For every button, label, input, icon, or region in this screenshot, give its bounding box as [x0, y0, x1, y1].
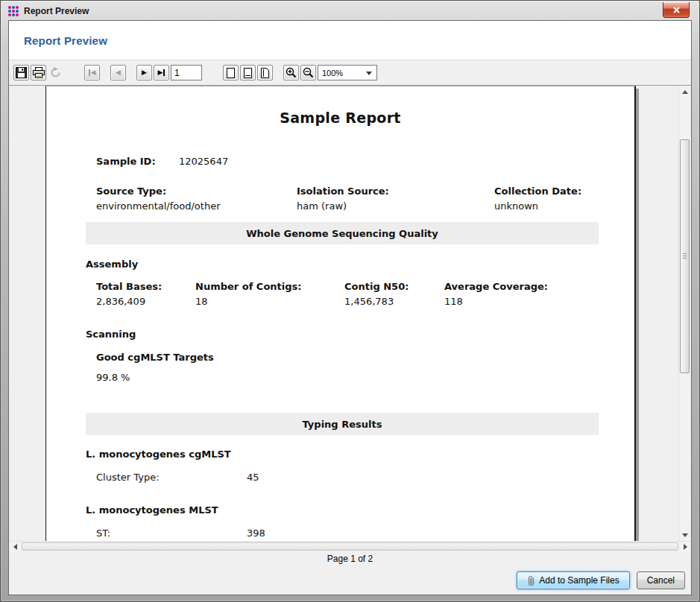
wgs-section-header: Whole Genome Sequencing Quality — [86, 222, 599, 244]
average-coverage-value: 118 — [444, 296, 463, 307]
mlst-heading: L. monocytogenes MLST — [86, 504, 218, 516]
arrow-left-icon — [13, 544, 17, 550]
page-title: Report Preview — [24, 34, 107, 47]
first-page-button[interactable]: ◀ — [84, 65, 100, 80]
dialog-header: Report Preview — [9, 21, 691, 60]
refresh-button[interactable] — [48, 65, 63, 80]
number-of-contigs-value: 18 — [195, 296, 208, 307]
good-cgmlst-targets-value: 99.8 % — [96, 372, 130, 383]
previous-page-icon: ◀ — [116, 69, 121, 76]
last-page-button[interactable]: ▶ — [154, 65, 169, 80]
close-icon — [673, 7, 680, 13]
scroll-up-button[interactable] — [679, 86, 691, 98]
source-type-value: environmental/food/other — [96, 200, 221, 212]
zoom-level-select[interactable]: 100% — [318, 65, 377, 80]
cluster-type-label: Cluster Type: — [96, 472, 160, 483]
total-bases-value: 2,836,409 — [96, 296, 145, 307]
whole-page-icon — [227, 68, 235, 78]
close-button[interactable] — [663, 2, 690, 18]
chevron-down-icon — [366, 72, 372, 75]
report-page: Sample Report Sample ID: 12025647 Source… — [45, 86, 636, 541]
report-title: Sample Report — [46, 110, 634, 126]
statusbar: Page 1 of 2 — [9, 551, 691, 566]
zoom-in-button[interactable] — [283, 65, 299, 80]
collection-date-value: unknown — [494, 200, 538, 212]
isolation-source-value: ham (raw) — [297, 200, 347, 212]
dialog-footer: Add to Sample Files Cancel — [9, 566, 691, 595]
horizontal-scroll-thumb[interactable] — [22, 542, 678, 551]
collection-date-label: Collection Date: — [494, 186, 581, 197]
st-value: 398 — [247, 527, 265, 539]
cgmlst-heading: L. monocytogenes cgMLST — [86, 449, 231, 460]
add-to-sample-files-button[interactable]: Add to Sample Files — [517, 571, 629, 589]
multi-page-view-button[interactable] — [257, 65, 273, 80]
arrow-down-icon — [682, 533, 688, 537]
zoom-in-icon — [286, 67, 297, 78]
good-cgmlst-targets-label: Good cgMLST Targets — [96, 352, 214, 363]
number-of-contigs-label: Number of Contigs: — [195, 281, 302, 292]
sample-id-value: 12025647 — [179, 156, 228, 167]
arrow-up-icon — [682, 90, 688, 94]
arrow-right-icon — [684, 544, 687, 550]
page-width-view-button[interactable] — [240, 65, 256, 80]
save-icon — [16, 67, 27, 78]
refresh-icon — [50, 67, 61, 78]
next-page-icon: ▶ — [142, 69, 147, 76]
report-preview-area: Sample Report Sample ID: 12025647 Source… — [9, 86, 691, 551]
page-status: Page 1 of 2 — [327, 554, 373, 564]
print-button[interactable] — [31, 65, 46, 80]
add-to-sample-files-label: Add to Sample Files — [539, 575, 619, 586]
titlebar[interactable]: Report Preview — [2, 2, 698, 20]
scroll-left-button[interactable] — [9, 542, 21, 551]
report-preview-window: Report Preview Report Preview — [0, 0, 700, 602]
print-icon — [33, 67, 45, 78]
zoom-out-button[interactable] — [300, 65, 316, 80]
page-width-icon — [244, 68, 252, 78]
scroll-down-button[interactable] — [679, 529, 691, 541]
toolbar: ◀ ◀ ▶ ▶ — [9, 60, 691, 86]
last-page-icon: ▶ — [158, 69, 163, 76]
page-number-input[interactable] — [171, 65, 202, 80]
app-icon — [7, 5, 19, 17]
save-button[interactable] — [13, 65, 29, 80]
cancel-label: Cancel — [647, 575, 675, 586]
average-coverage-label: Average Coverage: — [444, 281, 548, 292]
total-bases-label: Total Bases: — [96, 281, 162, 292]
horizontal-scrollbar[interactable] — [9, 541, 691, 551]
scroll-grip-icon — [683, 253, 687, 260]
preview-canvas: Sample Report Sample ID: 12025647 Source… — [9, 86, 678, 541]
isolation-source-label: Isolation Source: — [297, 186, 389, 197]
st-label: ST: — [96, 527, 110, 539]
zoom-level-value: 100% — [322, 69, 343, 77]
scroll-right-button[interactable] — [679, 542, 691, 551]
contig-n50-value: 1,456,783 — [344, 296, 394, 307]
window-title: Report Preview — [24, 6, 89, 16]
assembly-heading: Assembly — [86, 259, 138, 270]
zoom-out-icon — [303, 67, 314, 78]
vertical-scroll-thumb[interactable] — [680, 139, 690, 373]
multi-page-icon — [261, 68, 269, 78]
sample-id-label: Sample ID: — [96, 156, 156, 167]
vertical-scrollbar[interactable] — [678, 86, 691, 541]
whole-page-view-button[interactable] — [223, 65, 239, 80]
next-page-button[interactable]: ▶ — [136, 65, 152, 80]
scanning-heading: Scanning — [86, 329, 136, 340]
previous-page-button[interactable]: ◀ — [110, 65, 126, 80]
cancel-button[interactable]: Cancel — [637, 571, 685, 589]
paperclip-icon — [527, 575, 535, 586]
typing-results-section-header: Typing Results — [86, 413, 599, 435]
dialog-content: Report Preview — [8, 20, 692, 595]
source-type-label: Source Type: — [96, 186, 166, 197]
first-page-icon: ◀ — [91, 69, 96, 76]
cluster-type-value: 45 — [247, 472, 259, 483]
contig-n50-label: Contig N50: — [344, 281, 409, 292]
